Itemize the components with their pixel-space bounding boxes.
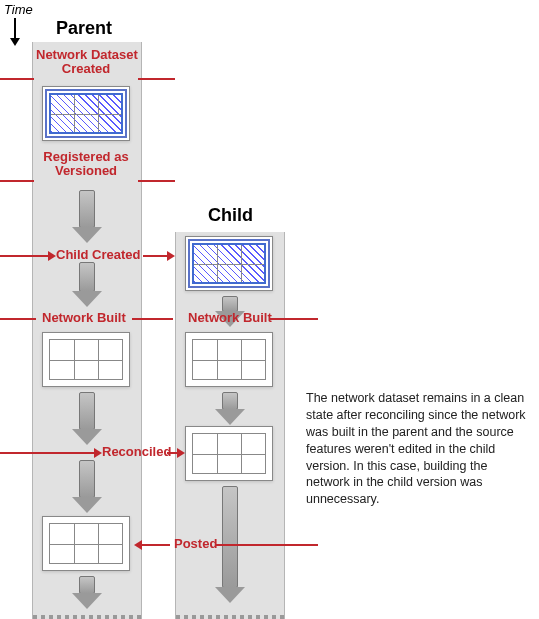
parent-arrow-5 <box>79 576 95 594</box>
label-network-dataset-created: Network DatasetCreated <box>36 48 136 75</box>
parent-arrow-4 <box>79 460 95 498</box>
child-arrow-3 <box>222 486 238 588</box>
child-header: Child <box>208 205 253 226</box>
line-posted-right <box>216 544 318 546</box>
line-posted-left <box>142 544 170 546</box>
child-grid-reconciled <box>185 426 273 481</box>
time-axis-label: Time <box>4 2 33 17</box>
parent-arrow-1 <box>79 190 95 228</box>
parent-grid-dirty-1 <box>42 86 130 141</box>
parent-arrow-3 <box>79 392 95 430</box>
child-arrow-2 <box>222 392 238 410</box>
line-rv-right <box>138 180 175 182</box>
line-nb-parent <box>0 318 36 320</box>
line-nb-child <box>270 318 318 320</box>
line-rv-left <box>0 180 34 182</box>
line-ndc-left <box>0 78 34 80</box>
line-reconciled-left <box>0 452 94 454</box>
label-registered-versioned: Registered asVersioned <box>40 150 132 177</box>
label-reconciled: Reconciled <box>102 444 171 459</box>
parent-grid-clean-1 <box>42 332 130 387</box>
line-reconciled-right <box>167 452 177 454</box>
child-grid-dirty <box>185 236 273 291</box>
parent-arrow-2 <box>79 262 95 292</box>
parent-grid-posted <box>42 516 130 571</box>
time-axis-arrow <box>14 18 16 42</box>
parent-header: Parent <box>56 18 112 39</box>
label-network-built-parent: Network Built <box>42 310 126 325</box>
line-child-created-mid <box>143 255 167 257</box>
line-nb-between <box>132 318 173 320</box>
child-grid-clean-1 <box>185 332 273 387</box>
label-child-created: Child Created <box>56 247 141 262</box>
label-network-built-child: Network Built <box>188 310 272 325</box>
explanation-text: The network dataset remains in a clean s… <box>306 390 530 508</box>
label-posted: Posted <box>174 536 217 551</box>
line-child-created-left <box>0 255 48 257</box>
line-ndc-right <box>138 78 175 80</box>
